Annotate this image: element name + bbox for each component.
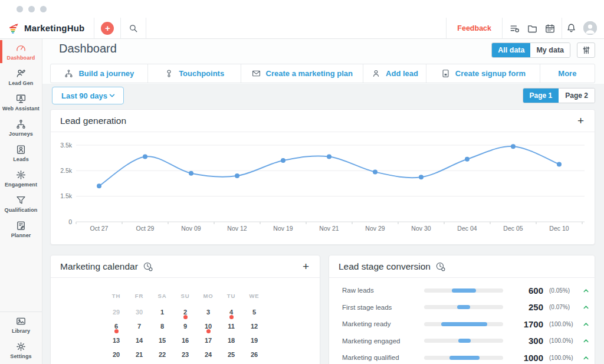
caret-up-icon[interactable] [582, 320, 590, 328]
calendar-day[interactable]: 3 [197, 305, 220, 319]
calendar-day[interactable]: 29 [105, 305, 128, 319]
calendar-day[interactable]: 24 [197, 347, 220, 362]
calendar-day[interactable]: 14 [128, 333, 151, 347]
calendar-day[interactable]: 13 [105, 333, 128, 347]
sidebar-item-lead-gen[interactable]: Lead Gen [0, 64, 42, 90]
svg-text:Oct 27: Oct 27 [90, 225, 109, 232]
calendar-day[interactable]: 8 [151, 319, 174, 333]
calendar-day[interactable]: 26 [243, 347, 266, 362]
brand-name: MarketingHub [24, 23, 84, 33]
sidebar-item-web-assistant[interactable]: Web Assistant [0, 90, 42, 115]
app-logo[interactable]: MarketingHub [0, 18, 94, 38]
caret-up-icon[interactable] [582, 354, 590, 362]
calendar-day[interactable]: 17 [197, 333, 220, 347]
calendar-day[interactable]: 7 [128, 319, 151, 333]
lead-generation-chart[interactable]: 01.5k2.5k3.5kOct 27Oct 29Nov 09Nov 12Nov… [51, 136, 596, 238]
calendar-day[interactable]: 30 [128, 305, 151, 319]
add-widget-button[interactable]: + [576, 115, 585, 126]
notifications-button[interactable] [562, 18, 580, 38]
sidebar-item-library[interactable]: Library [0, 312, 42, 337]
calendar-day[interactable]: 28 [128, 362, 151, 364]
user-menu[interactable] [580, 18, 604, 38]
toggle-my-data[interactable]: My data [530, 43, 570, 57]
tasks-button[interactable] [505, 18, 523, 38]
calendar-day[interactable]: 6 [105, 319, 128, 333]
calendar-day[interactable]: 16 [174, 333, 197, 347]
calendar-day[interactable]: 18 [220, 333, 243, 347]
date-range-select[interactable]: Last 90 days [52, 87, 124, 104]
caret-up-icon[interactable] [582, 303, 590, 311]
calendar-day-number: 13 [113, 337, 120, 344]
add-event-button[interactable]: + [301, 261, 310, 272]
data-scope-toggle: All data My data [491, 42, 570, 58]
calendar-day-number: 8 [160, 323, 164, 330]
clock-history-icon[interactable] [143, 261, 153, 271]
create-button[interactable]: + [101, 22, 114, 35]
calendar-day[interactable]: 21 [128, 347, 151, 362]
calendar-day[interactable]: 15 [151, 333, 174, 347]
action-create-signup-form[interactable]: Create signup form [426, 64, 540, 83]
calendar-day[interactable]: 4 [220, 305, 243, 319]
action-touchpoints[interactable]: Touchpoints [147, 64, 241, 83]
calendar-day[interactable]: 2 [243, 362, 266, 364]
folder-button[interactable] [523, 18, 541, 38]
calendar-day[interactable]: 1 [151, 305, 174, 319]
window-controls [0, 0, 604, 18]
sidebar-item-label: Journeys [9, 131, 33, 137]
calendar-day[interactable]: 23 [174, 347, 197, 362]
calendar-day[interactable]: 19 [243, 333, 266, 347]
sidebar-item-label: Web Assistant [2, 106, 40, 112]
sidebar-item-dashboard[interactable]: Dashboard [0, 39, 42, 64]
calendar-day[interactable]: 11 [220, 319, 243, 333]
sidebar-item-label: Leads [13, 156, 29, 162]
action-create-a-marketing-plan[interactable]: Create a marketing plan [241, 64, 363, 83]
calendar-day[interactable]: 1 [220, 362, 243, 364]
toggle-all-data[interactable]: All data [492, 43, 530, 57]
sidebar-item-planner[interactable]: Planner [0, 217, 42, 242]
sidebar-item-journeys[interactable]: Journeys [0, 115, 42, 140]
calendar-day[interactable]: 29 [151, 362, 174, 364]
search-button[interactable] [121, 18, 146, 38]
calendar-day[interactable]: 25 [220, 347, 243, 362]
sidebar-item-qualification[interactable]: Qualification [0, 191, 42, 217]
dashboard-filter-button[interactable] [577, 42, 595, 58]
event-dot [229, 315, 234, 319]
stage-value: 300 [514, 336, 543, 346]
calendar-day[interactable]: 9 [174, 319, 197, 333]
calendar-day[interactable]: 10 [197, 319, 220, 333]
calendar-day[interactable]: 2 [174, 305, 197, 319]
page-2-tab[interactable]: Page 2 [559, 88, 595, 103]
calendar-day[interactable]: 31 [197, 362, 220, 364]
caret-up-icon[interactable] [582, 287, 590, 294]
caret-up-icon[interactable] [582, 337, 590, 345]
calendar-day[interactable]: 5 [243, 305, 266, 319]
calendar-day[interactable]: 22 [151, 347, 174, 362]
svg-text:Nov 21: Nov 21 [319, 225, 339, 232]
clock-history-icon[interactable] [435, 261, 445, 271]
action-more[interactable]: More [540, 64, 595, 83]
stage-percent: (0.07%) [549, 304, 582, 310]
window-dot[interactable] [28, 6, 35, 12]
sidebar-item-settings[interactable]: Settings [0, 337, 42, 363]
calendar-day-number: 16 [182, 337, 189, 344]
sidebar-item-engagement[interactable]: Engagement [0, 166, 42, 191]
calendar-day[interactable]: 12 [243, 319, 266, 333]
svg-text:0: 0 [68, 218, 72, 225]
action-add-lead[interactable]: Add lead [363, 64, 426, 83]
calendar-day-number: 21 [136, 351, 143, 358]
lead-stage-conversion-card: Lead stage conversion Raw leads600(0.05%… [329, 255, 595, 364]
stage-bar-track [424, 322, 503, 326]
calendar-button[interactable] [541, 18, 559, 38]
page-1-tab[interactable]: Page 1 [523, 88, 559, 103]
calendar-day[interactable]: 20 [105, 347, 128, 362]
window-dot[interactable] [40, 6, 47, 12]
conversion-rows: Raw leads600(0.05%)First stage leads250(… [329, 278, 595, 364]
action-build-a-journey[interactable]: Build a journey [51, 64, 147, 83]
feedback-link[interactable]: Feedback [447, 18, 502, 38]
window-dot[interactable] [17, 6, 23, 12]
sidebar-item-leads[interactable]: Leads [0, 140, 42, 166]
page-title: Dashboard [59, 42, 117, 55]
calendar-day[interactable]: 30 [174, 362, 197, 364]
calendar-day[interactable]: 27 [105, 362, 128, 364]
calendar-day-number: 29 [113, 309, 120, 316]
